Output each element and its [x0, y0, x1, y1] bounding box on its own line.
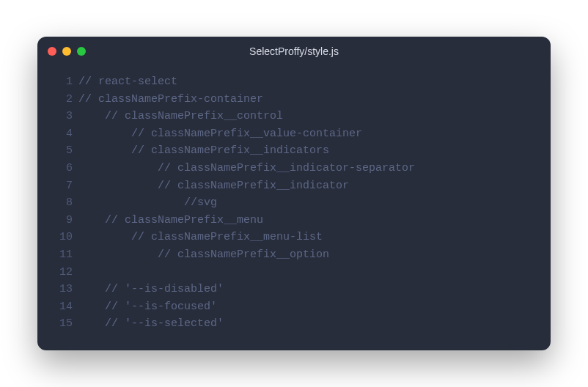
indent	[78, 177, 158, 195]
code-line: 15 // '--is-selected'	[49, 315, 539, 333]
code-window: SelectProffy/style.js 1// react-select2/…	[37, 37, 551, 350]
line-number: 1	[49, 73, 73, 91]
indent	[78, 315, 105, 333]
code-line: 8 //svg	[49, 194, 539, 212]
indent	[78, 298, 105, 316]
code-text: // classNamePrefix__indicator	[158, 177, 349, 195]
indent	[78, 212, 105, 229]
indent	[78, 142, 131, 160]
line-number: 4	[49, 125, 73, 143]
window-controls	[48, 47, 86, 56]
window-title: SelectProffy/style.js	[37, 45, 551, 57]
indent	[78, 108, 105, 125]
line-number: 15	[49, 315, 73, 333]
line-number: 8	[49, 194, 73, 212]
line-number: 9	[49, 212, 73, 229]
indent	[78, 160, 158, 177]
code-line: 5 // classNamePrefix__indicators	[49, 142, 539, 160]
code-line: 10 // classNamePrefix__menu-list	[49, 229, 539, 246]
code-line: 4 // classNamePrefix__value-container	[49, 125, 539, 143]
close-icon[interactable]	[48, 47, 56, 56]
line-number: 10	[49, 229, 73, 246]
code-line: 11 // classNamePrefix__option	[49, 246, 539, 264]
line-number: 13	[49, 281, 73, 298]
indent	[78, 194, 184, 212]
line-number: 7	[49, 177, 73, 195]
minimize-icon[interactable]	[62, 47, 71, 56]
line-number: 2	[49, 91, 73, 108]
code-text: // '--is-focused'	[105, 298, 217, 316]
line-number: 11	[49, 246, 73, 264]
code-line: 6 // classNamePrefix__indicator-separato…	[49, 160, 539, 177]
code-text: // '--is-disabled'	[105, 281, 224, 298]
code-text: // classNamePrefix__value-container	[131, 125, 362, 143]
zoom-icon[interactable]	[77, 47, 86, 56]
code-line: 3 // classNamePrefix__control	[49, 108, 539, 125]
code-line: 1// react-select	[49, 73, 539, 91]
code-text: // react-select	[78, 73, 177, 91]
code-text: //svg	[184, 194, 217, 212]
code-text: // classNamePrefix__option	[158, 246, 329, 264]
titlebar: SelectProffy/style.js	[37, 37, 551, 66]
code-text: // classNamePrefix-container	[78, 91, 263, 108]
code-text: // '--is-selected'	[105, 315, 224, 333]
code-text: // classNamePrefix__indicator-separator	[158, 160, 415, 177]
code-line: 13 // '--is-disabled'	[49, 281, 539, 298]
code-text: // classNamePrefix__indicators	[131, 142, 329, 160]
line-number: 12	[49, 264, 73, 281]
code-text: // classNamePrefix__menu	[105, 212, 263, 229]
code-editor[interactable]: 1// react-select2// classNamePrefix-cont…	[37, 66, 551, 350]
code-line: 9 // classNamePrefix__menu	[49, 212, 539, 229]
line-number: 5	[49, 142, 73, 160]
code-line: 12	[49, 264, 539, 281]
line-number: 14	[49, 298, 73, 316]
code-line: 7 // classNamePrefix__indicator	[49, 177, 539, 195]
code-text: // classNamePrefix__menu-list	[131, 229, 323, 246]
code-line: 2// classNamePrefix-container	[49, 91, 539, 108]
indent	[78, 229, 131, 246]
indent	[78, 246, 158, 264]
line-number: 6	[49, 160, 73, 177]
indent	[78, 281, 105, 298]
line-number: 3	[49, 108, 73, 125]
code-line: 14 // '--is-focused'	[49, 298, 539, 316]
code-text: // classNamePrefix__control	[105, 108, 283, 125]
indent	[78, 125, 131, 143]
